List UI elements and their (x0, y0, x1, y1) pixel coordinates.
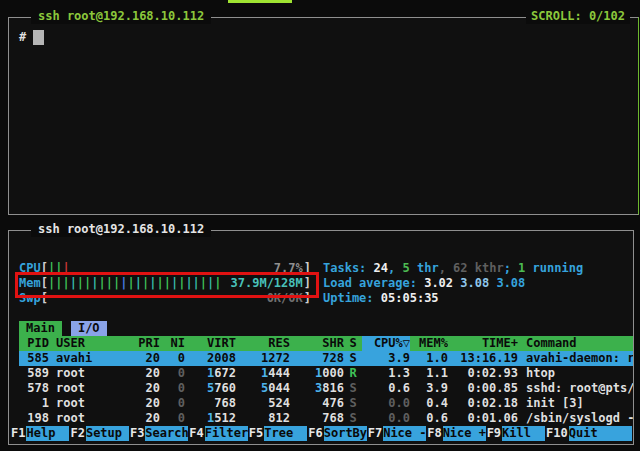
column-header-ni[interactable]: NI (160, 336, 185, 351)
cell-time: 0:02.93 (448, 366, 518, 381)
meter-bar: 0K/0K (48, 291, 304, 306)
cell-virt: 1672 (185, 366, 236, 381)
fkey-label-f7: F7 (367, 426, 383, 441)
process-row[interactable]: 198root2001512812768S0.00.60:01.06/sbin/… (19, 411, 633, 426)
cell-s: S (344, 411, 362, 426)
process-table: PIDUSERPRINIVIRTRESSHRSCPU%▽MEM%TIME+Com… (19, 336, 633, 426)
function-key-bar: F1HelpF2SetupF3SearchF4FilterF5TreeF6Sor… (10, 426, 632, 441)
meter-label: CPU (19, 261, 41, 276)
fkey-action-tree[interactable]: Tree (264, 426, 307, 441)
fkey-label-f4: F4 (188, 426, 204, 441)
top-green-line (228, 0, 292, 3)
cell-shr: 1000 (290, 366, 344, 381)
cell-cmd: htop (518, 366, 633, 381)
cell-cpu: 0.0 (362, 396, 410, 411)
cell-virt: 5760 (185, 381, 236, 396)
column-header-res[interactable]: RES (236, 336, 290, 351)
meter-value: 37.9M/128M (231, 276, 303, 291)
cell-time: 0:00.85 (448, 381, 518, 396)
scroll-indicator: SCROLL: 0/102 (526, 9, 630, 24)
column-header-cmd[interactable]: Command (518, 336, 633, 351)
cell-ni: 0 (160, 411, 185, 426)
cell-virt: 768 (185, 396, 236, 411)
cell-s: S (344, 396, 362, 411)
meter-bar: ||||||||||||||||||||||||37.9M/128M (48, 276, 304, 291)
process-row[interactable]: 578root200576050443816S0.63.90:00.85sshd… (19, 381, 633, 396)
cell-user: root (56, 411, 136, 426)
tab-i-o[interactable]: I/O (71, 321, 107, 336)
swp-meter: Swp[0K/0K] (19, 291, 311, 306)
fkey-action-sortby[interactable]: SortBy (324, 426, 367, 441)
process-row[interactable]: 589root200167214441000R1.31.10:02.93htop (19, 366, 633, 381)
cell-cpu: 0.0 (362, 411, 410, 426)
cell-mem: 3.9 (410, 381, 448, 396)
cell-pid: 578 (19, 381, 49, 396)
cell-shr: 3816 (290, 381, 344, 396)
cell-shr: 728 (290, 351, 344, 366)
fkey-action-kill[interactable]: Kill (502, 426, 545, 441)
table-header-row: PIDUSERPRINIVIRTRESSHRSCPU%▽MEM%TIME+Com… (19, 336, 633, 351)
cell-cpu: 0.6 (362, 381, 410, 396)
cell-s: R (344, 366, 362, 381)
fkey-label-f6: F6 (307, 426, 323, 441)
cell-virt: 1512 (185, 411, 236, 426)
fkey-label-f8: F8 (426, 426, 442, 441)
cell-time: 0:01.06 (448, 411, 518, 426)
fkey-label-f10: F10 (545, 426, 569, 441)
fkey-action-nice-[interactable]: Nice - (383, 426, 426, 441)
column-header-shr[interactable]: SHR (290, 336, 344, 351)
cell-ni: 0 (160, 396, 185, 411)
column-header-user[interactable]: USER (56, 336, 136, 351)
fkey-action-quit[interactable]: Quit (569, 426, 632, 441)
cell-s: S (344, 351, 362, 366)
column-header-time[interactable]: TIME+ (448, 336, 518, 351)
fkey-action-filter[interactable]: Filter (205, 426, 248, 441)
cell-ni: 0 (160, 381, 185, 396)
column-header-pri[interactable]: PRI (136, 336, 160, 351)
cell-res: 1272 (236, 351, 290, 366)
cell-pri: 20 (136, 381, 160, 396)
cell-ni: 0 (160, 366, 185, 381)
column-header-mem[interactable]: MEM% (410, 336, 448, 351)
fkey-action-help[interactable]: Help (26, 426, 69, 441)
cell-pid: 1 (19, 396, 49, 411)
fkey-label-f1: F1 (10, 426, 26, 441)
uptime-line: Uptime: 05:05:35 (323, 291, 583, 306)
fkey-label-f5: F5 (248, 426, 264, 441)
cpu-meter: CPU[|||7.7%] (19, 261, 311, 276)
fkey-action-nice-[interactable]: Nice + (443, 426, 486, 441)
fkey-action-search[interactable]: Search (145, 426, 188, 441)
tasks-line: Tasks: 24, 5 thr, 62 kthr; 1 running (323, 261, 583, 276)
cell-ni: 0 (160, 351, 185, 366)
cell-pid: 585 (19, 351, 49, 366)
cell-pri: 20 (136, 411, 160, 426)
column-header-cpu[interactable]: CPU%▽ (362, 336, 410, 351)
column-header-s[interactable]: S (344, 336, 362, 351)
meter-value: 7.7% (274, 261, 303, 276)
htop-app: CPU[|||7.7%]Mem[||||||||||||||||||||||||… (9, 231, 633, 444)
cell-pri: 20 (136, 366, 160, 381)
tab-main[interactable]: Main (19, 321, 62, 336)
cell-shr: 476 (290, 396, 344, 411)
cell-res: 524 (236, 396, 290, 411)
process-row[interactable]: 1root200768524476S0.00.40:02.18init [3] (19, 396, 633, 411)
column-header-virt[interactable]: VIRT (185, 336, 236, 351)
fkey-label-f3: F3 (129, 426, 145, 441)
cell-pid: 589 (19, 366, 49, 381)
column-header-pid[interactable]: PID (19, 336, 49, 351)
cell-shr: 768 (290, 411, 344, 426)
process-row-selected[interactable]: 585avahi20020081272728S3.91.013:16.19ava… (19, 351, 633, 366)
cell-cmd: avahi-daemon: running (518, 351, 633, 366)
meter-label: Mem (19, 276, 41, 291)
shell-prompt: # (19, 30, 26, 45)
meters-column: CPU[|||7.7%]Mem[||||||||||||||||||||||||… (19, 261, 311, 306)
cell-pid: 198 (19, 411, 49, 426)
meter-label: Swp (19, 291, 41, 306)
cell-cmd: init [3] (518, 396, 633, 411)
cell-pri: 20 (136, 396, 160, 411)
fkey-action-setup[interactable]: Setup (86, 426, 129, 441)
cell-time: 0:02.18 (448, 396, 518, 411)
top-pane: ssh root@192.168.10.112 SCROLL: 0/102 # (8, 17, 639, 215)
cell-cmd: /sbin/syslogd -n (518, 411, 633, 426)
fkey-label-f2: F2 (69, 426, 85, 441)
